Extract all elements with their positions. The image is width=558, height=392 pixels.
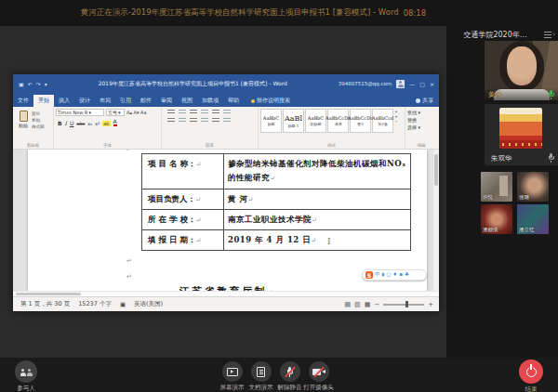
doc-share-button[interactable]: 文档演示: [246, 361, 275, 392]
tab-review[interactable]: 审阅: [156, 95, 177, 107]
subscript-button[interactable]: x₂: [87, 121, 92, 126]
field-label-date[interactable]: 填 报 日 期：↵: [142, 230, 224, 250]
tab-layout[interactable]: 布局: [95, 95, 115, 107]
screen-share-button[interactable]: 屏幕演示: [218, 361, 246, 392]
vertical-scrollbar-thumb[interactable]: [434, 154, 438, 186]
styles-scroll-buttons[interactable]: ▴ ▾ ▿: [394, 109, 397, 124]
field-label-project-name[interactable]: 项 目 名 称：↵: [142, 154, 224, 189]
field-label-leader[interactable]: 项目负责人：↵: [142, 189, 224, 209]
minimize-icon[interactable]: —: [409, 81, 415, 87]
mic-on-icon[interactable]: [548, 90, 554, 99]
font-name-select[interactable]: Times New R ▾: [56, 109, 104, 116]
web-layout-icon[interactable]: ▦: [365, 301, 371, 308]
style-card[interactable]: AaBbCcDc 强调: [327, 109, 349, 133]
field-value-project-name[interactable]: 掺杂型纳米铈基催化剂对降低柴油机碳烟和NOₓ的性能研究↵: [224, 154, 410, 189]
field-label-school[interactable]: 所 在 学 校：↵: [142, 210, 224, 229]
field-value-leader[interactable]: 黄 河↵: [224, 189, 410, 209]
tab-home[interactable]: 开始: [33, 95, 54, 107]
select-button[interactable]: 选择 ▾: [407, 124, 435, 130]
read-mode-icon[interactable]: ▤: [344, 301, 351, 308]
document-icon: [257, 367, 265, 377]
meeting-app: 黄河正在演示-2019年度江苏省高等学校自然科学研究面上项目申报书1 [兼容模式…: [0, 0, 558, 392]
unmute-button[interactable]: 解除静音: [275, 361, 304, 392]
grow-shrink-font-buttons[interactable]: A▴ A▾ Aa: [126, 110, 147, 115]
style-card[interactable]: AaBbC 标题: [260, 109, 282, 133]
participant-thumbnail[interactable]: 张璐: [517, 172, 549, 202]
camera-button[interactable]: 打开摄像头: [304, 361, 333, 392]
zoom-slider[interactable]: [383, 304, 424, 306]
paragraph-group[interactable]: 段落: [162, 107, 259, 149]
language-status[interactable]: 英语(美国): [134, 300, 163, 308]
style-card[interactable]: AaBl 标题 1: [283, 109, 304, 133]
ime-mode-icon[interactable]: 中: [375, 272, 380, 278]
close-icon[interactable]: ×: [430, 81, 434, 87]
account-email[interactable]: 394807515@qq.com: [339, 81, 392, 86]
field-value-school[interactable]: 南京工业职业技术学院↵: [224, 210, 410, 229]
print-layout-icon[interactable]: ▥: [354, 301, 361, 308]
undo-icon[interactable]: ↶: [28, 81, 33, 87]
strikethrough-button[interactable]: abc: [76, 121, 85, 126]
cut-button[interactable]: 剪切: [32, 111, 45, 116]
tab-references[interactable]: 引用: [115, 95, 136, 107]
video-tile-speaker[interactable]: 黄河: [485, 41, 558, 100]
participant-thumbnail[interactable]: 许悦: [481, 172, 512, 202]
share-button[interactable]: 共享: [416, 97, 433, 107]
people-icon: [20, 367, 33, 376]
ime-tools-icon[interactable]: ♣: [405, 272, 409, 278]
replace-button[interactable]: 替换: [407, 117, 435, 123]
find-button[interactable]: 查找 ▾: [407, 110, 435, 115]
redo-icon[interactable]: ↷: [36, 81, 41, 87]
style-card[interactable]: AaBbCcDc 图3: [350, 109, 371, 133]
ime-punct-icon[interactable]: ◗: [382, 272, 385, 278]
underline-button[interactable]: U: [70, 120, 73, 126]
zoom-slider-thumb[interactable]: [405, 301, 408, 307]
tell-me-search[interactable]: 操作说明搜索: [251, 97, 290, 107]
save-icon[interactable]: ▣: [19, 81, 24, 87]
ime-keyboard-icon[interactable]: ▪: [399, 272, 403, 278]
format-painter-button[interactable]: 格式刷: [32, 124, 45, 129]
participant-thumbnail[interactable]: 潘丽情: [481, 204, 512, 234]
editing-group: 查找 ▾ 替换 选择 ▾ 编辑: [405, 107, 437, 149]
tab-design[interactable]: 设计: [74, 95, 95, 107]
ime-shape-icon[interactable]: ○: [386, 272, 391, 278]
vertical-scrollbar[interactable]: [432, 150, 439, 291]
tab-help[interactable]: 帮助: [223, 95, 244, 107]
mic-muted-icon[interactable]: [548, 153, 554, 163]
style-card[interactable]: AaBbCcd 第2条: [372, 109, 393, 133]
highlight-button[interactable]: ab: [102, 121, 110, 126]
zoom-in-button[interactable]: +: [428, 301, 433, 308]
tab-view[interactable]: 视图: [177, 95, 197, 107]
style-card[interactable]: AaBbC 副标题: [305, 109, 326, 133]
bold-button[interactable]: B: [58, 120, 62, 126]
sogou-logo-icon[interactable]: S: [365, 271, 373, 279]
tab-addins[interactable]: 加载项: [197, 95, 223, 107]
ime-voice-icon[interactable]: ♦: [392, 272, 397, 278]
participants-button[interactable]: 参与人: [7, 360, 45, 392]
font-size-select[interactable]: 五号 ▾: [106, 109, 125, 116]
horizontal-scrollbar-thumb[interactable]: [16, 293, 81, 295]
italic-button[interactable]: I: [65, 120, 67, 126]
sidebar-collapse-button[interactable]: ›: [544, 31, 555, 38]
table-row: 所 在 学 校：↵ 南京工业职业技术学院↵: [142, 210, 410, 230]
tab-file[interactable]: 文件: [13, 95, 33, 107]
paste-button[interactable]: 粘贴: [15, 109, 32, 141]
maximize-icon[interactable]: ▢: [419, 81, 425, 87]
field-value-date[interactable]: 2019 年 4 月 12 日↵: [224, 230, 410, 250]
copy-button[interactable]: 复制: [32, 118, 45, 123]
participant-thumbnail[interactable]: 潘立红: [517, 204, 549, 234]
font-color-button[interactable]: A: [113, 119, 117, 126]
account-avatar[interactable]: [396, 80, 405, 88]
end-meeting-button[interactable]: 结束: [512, 359, 550, 392]
proofing-icon[interactable]: ▣: [120, 301, 126, 308]
quick-access-toolbar[interactable]: ▣ ↶ ↷ ▾: [19, 81, 47, 87]
superscript-button[interactable]: x²: [95, 121, 100, 126]
page-count[interactable]: 第 1 页，共 30 页: [20, 300, 70, 308]
word-count[interactable]: 15237 个字: [78, 300, 112, 308]
tab-mailings[interactable]: 邮件: [136, 95, 156, 107]
tab-insert[interactable]: 插入: [54, 95, 74, 107]
video-tile-avatar[interactable]: 朱双华: [485, 104, 558, 165]
sogou-input-toolbar[interactable]: S 中 ◗ ○ ♦ ▪ ♣: [362, 269, 427, 281]
horizontal-scrollbar[interactable]: [13, 291, 439, 296]
zoom-out-button[interactable]: −: [374, 301, 379, 308]
participant-name: 许悦: [483, 194, 493, 201]
